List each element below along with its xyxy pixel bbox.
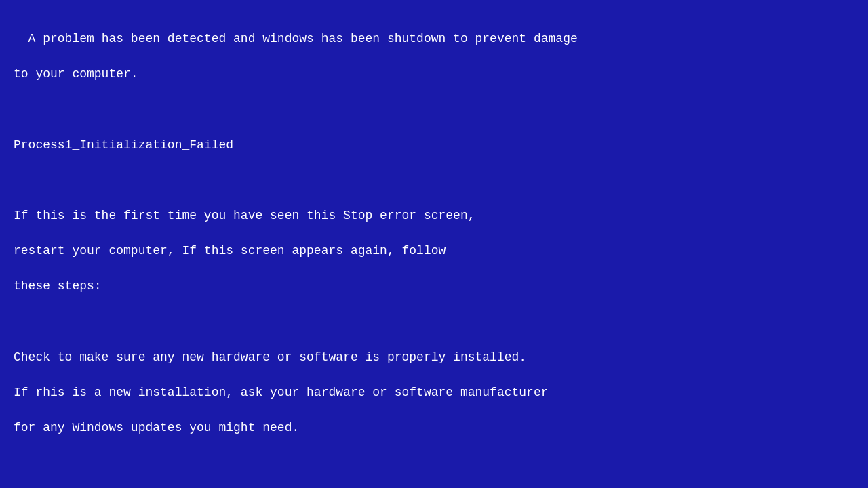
- bsod-screen: A problem has been detected and windows …: [14, 12, 578, 488]
- line-11: If rhis is a new installation, ask your …: [14, 386, 549, 399]
- line-8: these steps:: [14, 279, 102, 293]
- line-1: A problem has been detected and windows …: [28, 32, 578, 45]
- line-10: Check to make sure any new hardware or s…: [14, 350, 526, 364]
- line-2: to your computer.: [14, 67, 138, 81]
- line-6: If this is the first time you have seen …: [14, 209, 475, 222]
- line-12: for any Windows updates you might need.: [14, 421, 299, 434]
- line-4: Process1_Initialization_Failed: [14, 138, 233, 152]
- line-7: restart your computer, If this screen ap…: [14, 244, 446, 258]
